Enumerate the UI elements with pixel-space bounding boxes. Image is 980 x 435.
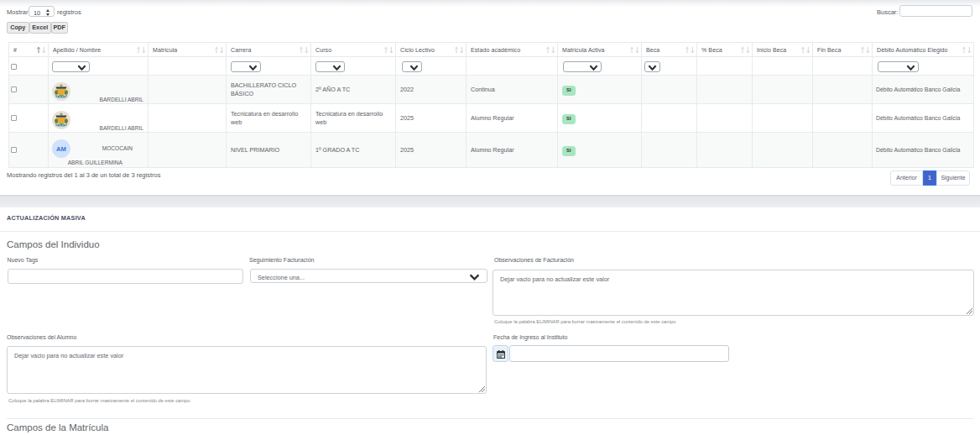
svg-text:AM: AM [56,145,66,153]
